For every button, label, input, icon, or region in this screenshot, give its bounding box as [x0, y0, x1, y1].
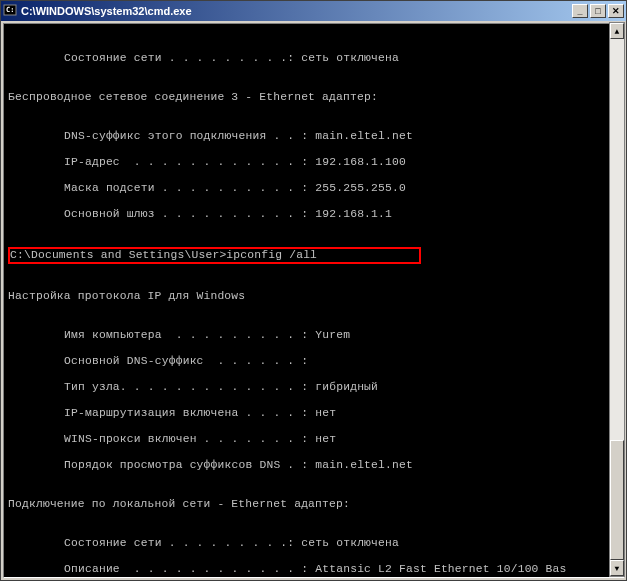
cmd-window: C: C:\WINDOWS\system32\cmd.exe _ □ ✕ Сос… — [0, 0, 627, 581]
text-line: DNS-суффикс этого подключения . . : main… — [8, 130, 619, 143]
text-line: Порядок просмотра суффиксов DNS . : main… — [8, 459, 619, 472]
section-header: Подключение по локальной сети - Ethernet… — [8, 498, 619, 511]
console-output[interactable]: Состояние сети . . . . . . . . .: сеть о… — [3, 23, 624, 578]
titlebar: C: C:\WINDOWS\system32\cmd.exe _ □ ✕ — [1, 1, 626, 21]
maximize-button[interactable]: □ — [590, 4, 606, 18]
vertical-scrollbar[interactable]: ▲ ▼ — [609, 22, 625, 577]
scroll-down-button[interactable]: ▼ — [610, 560, 624, 576]
command-prompt: C:\Documents and Settings\User>ipconfig … — [10, 249, 419, 262]
scroll-thumb[interactable] — [610, 440, 624, 560]
text-line: Описание . . . . . . . . . . . . : Attan… — [8, 563, 619, 576]
scroll-up-button[interactable]: ▲ — [610, 23, 624, 39]
cmd-icon: C: — [3, 4, 17, 18]
text-line: Состояние сети . . . . . . . . .: сеть о… — [8, 537, 619, 550]
minimize-button[interactable]: _ — [572, 4, 588, 18]
titlebar-left: C: C:\WINDOWS\system32\cmd.exe — [3, 4, 192, 18]
text-line: Состояние сети . . . . . . . . .: сеть о… — [8, 52, 619, 65]
section-header: Настройка протокола IP для Windows — [8, 290, 619, 303]
section-header: Беспроводное сетевое соединение 3 - Ethe… — [8, 91, 619, 104]
text-line: Маска подсети . . . . . . . . . . : 255.… — [8, 182, 619, 195]
text-line: Имя компьютера . . . . . . . . . : Yurem — [8, 329, 619, 342]
scroll-track[interactable] — [610, 39, 624, 560]
text-line: WINS-прокси включен . . . . . . . : нет — [8, 433, 619, 446]
text-line: Основной DNS-суффикс . . . . . . : — [8, 355, 619, 368]
svg-text:C:: C: — [6, 6, 14, 14]
window-title: C:\WINDOWS\system32\cmd.exe — [21, 5, 192, 17]
text-line: IP-маршрутизация включена . . . . : нет — [8, 407, 619, 420]
close-button[interactable]: ✕ — [608, 4, 624, 18]
window-controls: _ □ ✕ — [572, 4, 624, 18]
text-line: Тип узла. . . . . . . . . . . . . : гибр… — [8, 381, 619, 394]
text-line: IP-адрес . . . . . . . . . . . . : 192.1… — [8, 156, 619, 169]
highlighted-command: C:\Documents and Settings\User>ipconfig … — [8, 247, 421, 264]
text-line: Основной шлюз . . . . . . . . . . : 192.… — [8, 208, 619, 221]
